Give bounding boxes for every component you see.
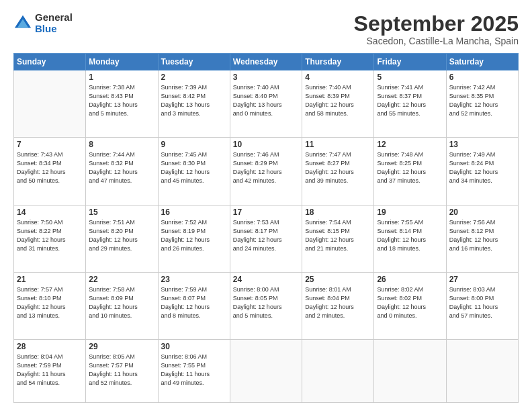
day-number: 2 [161,73,227,82]
day-info: Sunrise: 7:56 AM Sunset: 8:12 PM Dayligh… [449,218,515,253]
table-row: 14Sunrise: 7:50 AM Sunset: 8:22 PM Dayli… [14,205,86,272]
day-number: 4 [305,73,371,82]
day-info: Sunrise: 7:39 AM Sunset: 8:42 PM Dayligh… [161,83,227,118]
table-row [374,339,446,402]
day-number: 7 [17,140,83,149]
table-row: 20Sunrise: 7:56 AM Sunset: 8:12 PM Dayli… [446,205,518,272]
day-number: 24 [233,275,299,284]
day-number: 16 [161,208,227,217]
page: General Blue September 2025 Sacedon, Cas… [0,0,532,411]
table-row: 19Sunrise: 7:55 AM Sunset: 8:14 PM Dayli… [374,205,446,272]
table-row: 11Sunrise: 7:47 AM Sunset: 8:27 PM Dayli… [302,138,374,205]
table-row: 1Sunrise: 7:38 AM Sunset: 8:43 PM Daylig… [86,71,158,138]
table-row: 9Sunrise: 7:45 AM Sunset: 8:30 PM Daylig… [158,138,230,205]
day-number: 5 [377,73,443,82]
table-row: 6Sunrise: 7:42 AM Sunset: 8:35 PM Daylig… [446,71,518,138]
day-number: 17 [233,208,299,217]
day-info: Sunrise: 7:53 AM Sunset: 8:17 PM Dayligh… [233,218,299,253]
table-row: 23Sunrise: 7:59 AM Sunset: 8:07 PM Dayli… [158,272,230,339]
table-row: 12Sunrise: 7:48 AM Sunset: 8:25 PM Dayli… [374,138,446,205]
table-row: 22Sunrise: 7:58 AM Sunset: 8:09 PM Dayli… [86,272,158,339]
day-number: 15 [89,208,154,217]
day-number: 12 [377,140,443,149]
calendar-header-row: Sunday Monday Tuesday Wednesday Thursday… [14,54,519,71]
table-row [302,339,374,402]
day-number: 19 [377,208,443,217]
day-info: Sunrise: 7:55 AM Sunset: 8:14 PM Dayligh… [377,218,443,253]
day-info: Sunrise: 8:05 AM Sunset: 7:57 PM Dayligh… [89,353,154,387]
col-tuesday: Tuesday [158,54,230,71]
day-info: Sunrise: 7:48 AM Sunset: 8:25 PM Dayligh… [377,150,443,185]
table-row [14,71,86,138]
day-info: Sunrise: 7:59 AM Sunset: 8:07 PM Dayligh… [161,285,227,320]
day-info: Sunrise: 8:03 AM Sunset: 8:00 PM Dayligh… [449,285,515,320]
table-row: 5Sunrise: 7:41 AM Sunset: 8:37 PM Daylig… [374,71,446,138]
table-row: 16Sunrise: 7:52 AM Sunset: 8:19 PM Dayli… [158,205,230,272]
day-info: Sunrise: 7:42 AM Sunset: 8:35 PM Dayligh… [449,83,515,118]
day-number: 3 [233,73,299,82]
table-row: 15Sunrise: 7:51 AM Sunset: 8:20 PM Dayli… [86,205,158,272]
day-info: Sunrise: 7:50 AM Sunset: 8:22 PM Dayligh… [17,218,83,253]
logo-blue-text: Blue [35,24,73,35]
day-info: Sunrise: 7:43 AM Sunset: 8:34 PM Dayligh… [17,150,83,185]
logo-text: General Blue [35,12,73,34]
day-number: 14 [17,208,83,217]
day-number: 28 [17,342,83,351]
header: General Blue September 2025 Sacedon, Cas… [13,12,519,46]
table-row: 4Sunrise: 7:40 AM Sunset: 8:39 PM Daylig… [302,71,374,138]
day-number: 13 [449,140,515,149]
day-number: 10 [233,140,299,149]
day-number: 6 [449,73,515,82]
day-info: Sunrise: 7:49 AM Sunset: 8:24 PM Dayligh… [449,150,515,185]
day-number: 30 [161,342,227,351]
table-row: 18Sunrise: 7:54 AM Sunset: 8:15 PM Dayli… [302,205,374,272]
table-row: 24Sunrise: 8:00 AM Sunset: 8:05 PM Dayli… [230,272,302,339]
day-info: Sunrise: 7:45 AM Sunset: 8:30 PM Dayligh… [161,150,227,185]
day-number: 8 [89,140,154,149]
col-monday: Monday [86,54,158,71]
day-info: Sunrise: 7:44 AM Sunset: 8:32 PM Dayligh… [89,150,154,185]
day-number: 11 [305,140,371,149]
table-row: 29Sunrise: 8:05 AM Sunset: 7:57 PM Dayli… [86,339,158,402]
day-info: Sunrise: 8:00 AM Sunset: 8:05 PM Dayligh… [233,285,299,320]
calendar-table: Sunday Monday Tuesday Wednesday Thursday… [13,53,519,403]
day-info: Sunrise: 7:57 AM Sunset: 8:10 PM Dayligh… [17,285,83,320]
day-number: 22 [89,275,154,284]
title-block: September 2025 Sacedon, Castille-La Manc… [354,12,519,46]
logo-icon [13,14,32,33]
day-info: Sunrise: 7:52 AM Sunset: 8:19 PM Dayligh… [161,218,227,253]
month-title: September 2025 [354,12,519,36]
day-info: Sunrise: 7:46 AM Sunset: 8:29 PM Dayligh… [233,150,299,185]
day-number: 25 [305,275,371,284]
day-number: 21 [17,275,83,284]
day-info: Sunrise: 7:41 AM Sunset: 8:37 PM Dayligh… [377,83,443,118]
day-info: Sunrise: 7:58 AM Sunset: 8:09 PM Dayligh… [89,285,154,320]
col-sunday: Sunday [14,54,86,71]
table-row: 25Sunrise: 8:01 AM Sunset: 8:04 PM Dayli… [302,272,374,339]
day-number: 23 [161,275,227,284]
day-info: Sunrise: 7:54 AM Sunset: 8:15 PM Dayligh… [305,218,371,253]
day-info: Sunrise: 8:04 AM Sunset: 7:59 PM Dayligh… [17,353,83,387]
day-info: Sunrise: 8:02 AM Sunset: 8:02 PM Dayligh… [377,285,443,320]
day-info: Sunrise: 8:06 AM Sunset: 7:55 PM Dayligh… [161,353,227,387]
day-info: Sunrise: 7:40 AM Sunset: 8:39 PM Dayligh… [305,83,371,118]
location-subtitle: Sacedon, Castille-La Mancha, Spain [354,36,519,46]
table-row: 28Sunrise: 8:04 AM Sunset: 7:59 PM Dayli… [14,339,86,402]
day-info: Sunrise: 8:01 AM Sunset: 8:04 PM Dayligh… [305,285,371,320]
table-row: 26Sunrise: 8:02 AM Sunset: 8:02 PM Dayli… [374,272,446,339]
day-number: 18 [305,208,371,217]
table-row: 17Sunrise: 7:53 AM Sunset: 8:17 PM Dayli… [230,205,302,272]
day-info: Sunrise: 7:40 AM Sunset: 8:40 PM Dayligh… [233,83,299,118]
col-wednesday: Wednesday [230,54,302,71]
day-number: 26 [377,275,443,284]
table-row: 21Sunrise: 7:57 AM Sunset: 8:10 PM Dayli… [14,272,86,339]
table-row: 27Sunrise: 8:03 AM Sunset: 8:00 PM Dayli… [446,272,518,339]
logo: General Blue [13,12,73,34]
day-number: 9 [161,140,227,149]
table-row: 7Sunrise: 7:43 AM Sunset: 8:34 PM Daylig… [14,138,86,205]
table-row [446,339,518,402]
table-row: 13Sunrise: 7:49 AM Sunset: 8:24 PM Dayli… [446,138,518,205]
col-thursday: Thursday [302,54,374,71]
logo-general-text: General [35,12,73,24]
col-friday: Friday [374,54,446,71]
